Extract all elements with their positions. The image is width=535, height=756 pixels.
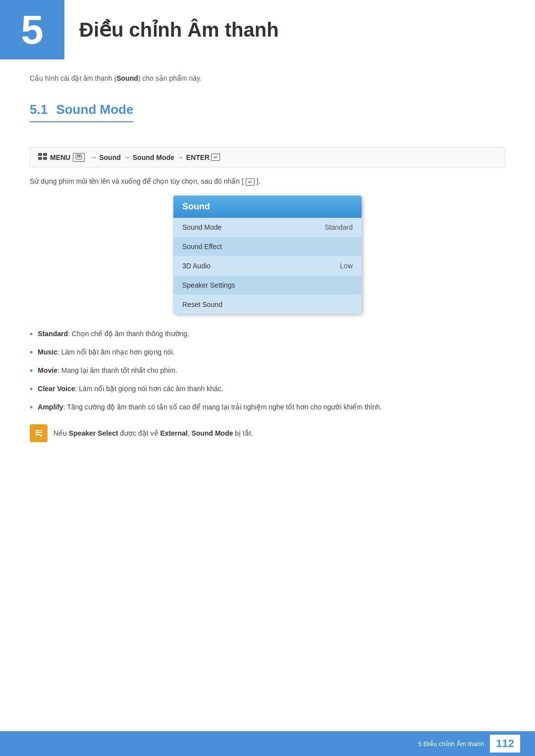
list-item: • Movie: Mang lại âm thanh tốt nhất cho … bbox=[30, 365, 505, 378]
bullet-dot: • bbox=[30, 401, 33, 414]
svg-rect-3 bbox=[43, 157, 47, 160]
nav-step3: ENTER bbox=[186, 153, 210, 161]
note-icon bbox=[30, 424, 48, 442]
chapter-title-area: Điều chỉnh Âm thanh bbox=[64, 0, 535, 59]
chapter-number-box: 5 bbox=[0, 0, 64, 59]
section-heading: 5.1 Sound Mode bbox=[30, 102, 133, 122]
bullet-list: • Standard: Chọn chế độ âm thanh thông t… bbox=[30, 329, 505, 414]
svg-rect-4 bbox=[76, 154, 82, 159]
svg-rect-2 bbox=[38, 157, 42, 160]
menu-item-sound-mode: Sound Mode Standard bbox=[173, 218, 362, 237]
menu-item-label: Sound Effect bbox=[182, 243, 222, 251]
chapter-subtitle: Cấu hình cài đặt âm thanh (Sound) cho sả… bbox=[30, 74, 505, 82]
menu-item-value: Low bbox=[340, 262, 353, 270]
description-text: Sử dụng phím mũi tên lên và xuống để chọ… bbox=[30, 177, 505, 186]
menu-item-3d-audio: 3D Audio Low bbox=[173, 256, 362, 276]
bullet-text: Music: Làm nổi bật âm nhạc hơn giọng nói… bbox=[38, 347, 174, 357]
list-item: • Music: Làm nổi bật âm nhạc hơn giọng n… bbox=[30, 347, 505, 359]
section-heading-wrapper: 5.1 Sound Mode bbox=[30, 102, 505, 135]
bullet-text: Amplify: Tăng cường độ âm thanh có tần s… bbox=[38, 402, 382, 412]
list-item: • Clear Voice: Làm nổi bật giọng nói hơn… bbox=[30, 384, 505, 396]
navigation-path: MENU → Sound → Sound Mode → ENTER ↵ bbox=[30, 147, 505, 167]
bullet-text: Clear Voice: Làm nổi bật giọng nói hơn c… bbox=[38, 384, 223, 394]
svg-rect-5 bbox=[77, 155, 81, 156]
bullet-text: Standard: Chọn chế độ âm thanh thông thư… bbox=[38, 329, 189, 339]
svg-rect-6 bbox=[77, 157, 81, 157]
chapter-title: Điều chỉnh Âm thanh bbox=[79, 18, 279, 41]
bullet-dot: • bbox=[30, 346, 33, 359]
chapter-number: 5 bbox=[21, 9, 44, 50]
svg-point-8 bbox=[40, 435, 42, 437]
note-box: Nếu Speaker Select được đặt về External,… bbox=[30, 424, 505, 442]
note-text: Nếu Speaker Select được đặt về External,… bbox=[54, 424, 253, 439]
menu-item-value: Standard bbox=[324, 223, 353, 231]
footer-chapter-text: 5 Điều chỉnh Âm thanh bbox=[418, 740, 484, 748]
bullet-dot: • bbox=[30, 328, 33, 341]
sound-menu-wrapper: Sound Sound Mode Standard Sound Effect 3… bbox=[30, 196, 505, 314]
bullet-dot: • bbox=[30, 364, 33, 378]
svg-rect-1 bbox=[43, 153, 47, 156]
page-footer: 5 Điều chỉnh Âm thanh 112 bbox=[0, 731, 535, 756]
list-item: • Standard: Chọn chế độ âm thanh thông t… bbox=[30, 329, 505, 341]
sound-menu-header: Sound bbox=[173, 196, 362, 218]
menu-item-label: 3D Audio bbox=[182, 262, 211, 270]
menu-icon bbox=[38, 152, 48, 162]
menu-item-label: Speaker Settings bbox=[182, 281, 235, 289]
footer-page-number: 112 bbox=[490, 735, 520, 753]
menu-item-reset-sound: Reset Sound bbox=[173, 295, 362, 314]
chapter-header: 5 Điều chỉnh Âm thanh bbox=[0, 0, 535, 59]
enter-inline-icon: ↵ bbox=[246, 178, 255, 186]
nav-step2: Sound Mode bbox=[133, 153, 174, 161]
menu-item-label: Sound Mode bbox=[182, 223, 221, 231]
svg-rect-0 bbox=[38, 153, 42, 156]
menu-item-speaker-settings: Speaker Settings bbox=[173, 276, 362, 295]
nav-menu-label: MENU bbox=[50, 153, 70, 161]
remote-icon bbox=[73, 153, 85, 162]
enter-key-icon: ↵ bbox=[211, 153, 220, 161]
bullet-text: Movie: Mang lại âm thanh tốt nhất cho ph… bbox=[38, 365, 177, 376]
bullet-dot: • bbox=[30, 383, 33, 396]
menu-item-sound-effect: Sound Effect bbox=[173, 237, 362, 256]
list-item: • Amplify: Tăng cường độ âm thanh có tần… bbox=[30, 402, 505, 414]
menu-item-label: Reset Sound bbox=[182, 301, 222, 308]
nav-step1: Sound bbox=[99, 153, 121, 161]
sound-menu: Sound Sound Mode Standard Sound Effect 3… bbox=[173, 196, 362, 314]
page-content: Cấu hình cài đặt âm thanh (Sound) cho sả… bbox=[0, 59, 535, 492]
